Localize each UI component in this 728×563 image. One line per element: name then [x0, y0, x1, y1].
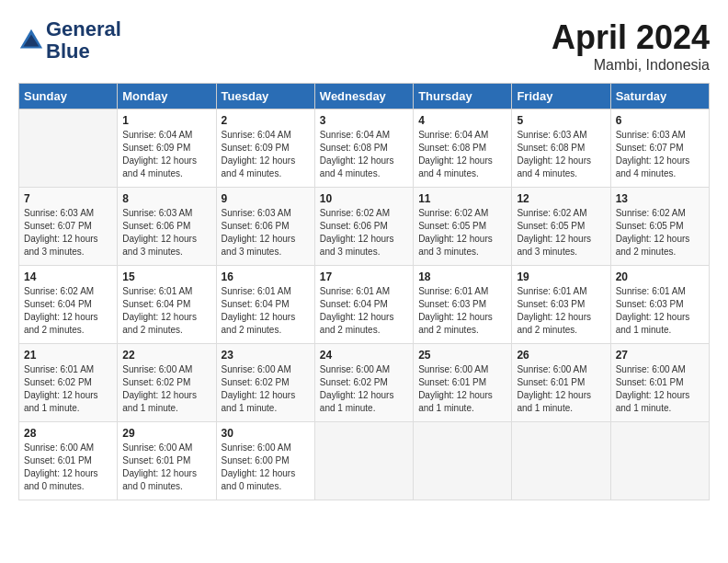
day-number: 13	[616, 192, 704, 205]
day-number: 25	[418, 349, 506, 362]
day-info: Sunrise: 6:02 AM Sunset: 6:06 PM Dayligh…	[320, 207, 408, 259]
calendar-cell: 30Sunrise: 6:00 AM Sunset: 6:00 PM Dayli…	[216, 422, 314, 500]
header-wednesday: Wednesday	[314, 84, 413, 109]
day-info: Sunrise: 6:01 AM Sunset: 6:04 PM Dayligh…	[222, 285, 310, 337]
logo: General Blue	[18, 18, 121, 63]
day-number: 17	[320, 270, 408, 283]
day-number: 18	[418, 270, 506, 283]
calendar-cell: 25Sunrise: 6:00 AM Sunset: 6:01 PM Dayli…	[414, 344, 512, 422]
day-number: 8	[122, 192, 210, 205]
day-number: 28	[24, 427, 112, 440]
day-info: Sunrise: 6:01 AM Sunset: 6:03 PM Dayligh…	[517, 285, 605, 337]
calendar-cell: 10Sunrise: 6:02 AM Sunset: 6:06 PM Dayli…	[314, 188, 413, 266]
calendar-cell: 21Sunrise: 6:01 AM Sunset: 6:02 PM Dayli…	[19, 344, 118, 422]
day-number: 3	[320, 114, 408, 127]
logo-text: General Blue	[46, 18, 121, 63]
day-number: 7	[24, 192, 112, 205]
day-number: 20	[616, 270, 704, 283]
calendar-cell: 1Sunrise: 6:04 AM Sunset: 6:09 PM Daylig…	[118, 109, 216, 188]
calendar-cell: 12Sunrise: 6:02 AM Sunset: 6:05 PM Dayli…	[512, 188, 610, 266]
day-number: 11	[418, 192, 506, 205]
day-info: Sunrise: 6:02 AM Sunset: 6:04 PM Dayligh…	[24, 285, 112, 337]
day-info: Sunrise: 6:03 AM Sunset: 6:06 PM Dayligh…	[122, 207, 210, 259]
calendar-cell: 8Sunrise: 6:03 AM Sunset: 6:06 PM Daylig…	[118, 188, 216, 266]
calendar-cell: 14Sunrise: 6:02 AM Sunset: 6:04 PM Dayli…	[19, 266, 118, 344]
calendar-cell: 2Sunrise: 6:04 AM Sunset: 6:09 PM Daylig…	[216, 109, 314, 188]
header-tuesday: Tuesday	[216, 84, 314, 109]
day-number: 12	[517, 192, 605, 205]
day-info: Sunrise: 6:02 AM Sunset: 6:05 PM Dayligh…	[517, 207, 605, 259]
calendar-cell: 18Sunrise: 6:01 AM Sunset: 6:03 PM Dayli…	[414, 266, 512, 344]
day-number: 14	[24, 270, 112, 283]
day-info: Sunrise: 6:01 AM Sunset: 6:04 PM Dayligh…	[122, 285, 210, 337]
calendar-cell: 5Sunrise: 6:03 AM Sunset: 6:08 PM Daylig…	[512, 109, 610, 188]
day-number: 1	[122, 114, 210, 127]
calendar-header-row: SundayMondayTuesdayWednesdayThursdayFrid…	[19, 84, 710, 109]
day-number: 27	[616, 349, 704, 362]
day-number: 29	[122, 427, 210, 440]
day-info: Sunrise: 6:04 AM Sunset: 6:09 PM Dayligh…	[222, 129, 310, 180]
month-title: April 2024	[552, 18, 710, 57]
calendar-cell: 9Sunrise: 6:03 AM Sunset: 6:06 PM Daylig…	[216, 188, 314, 266]
calendar-cell: 24Sunrise: 6:00 AM Sunset: 6:02 PM Dayli…	[314, 344, 413, 422]
header-monday: Monday	[118, 84, 216, 109]
calendar-cell: 27Sunrise: 6:00 AM Sunset: 6:01 PM Dayli…	[610, 344, 709, 422]
day-number: 6	[616, 114, 704, 127]
day-number: 2	[222, 114, 310, 127]
page-header: General Blue April 2024 Mambi, Indonesia	[18, 18, 710, 74]
title-block: April 2024 Mambi, Indonesia	[552, 18, 710, 74]
calendar-cell: 17Sunrise: 6:01 AM Sunset: 6:04 PM Dayli…	[314, 266, 413, 344]
calendar-cell: 4Sunrise: 6:04 AM Sunset: 6:08 PM Daylig…	[414, 109, 512, 188]
calendar-cell: 15Sunrise: 6:01 AM Sunset: 6:04 PM Dayli…	[118, 266, 216, 344]
calendar-cell: 11Sunrise: 6:02 AM Sunset: 6:05 PM Dayli…	[414, 188, 512, 266]
day-info: Sunrise: 6:00 AM Sunset: 6:01 PM Dayligh…	[517, 363, 605, 415]
day-info: Sunrise: 6:02 AM Sunset: 6:05 PM Dayligh…	[418, 207, 506, 259]
day-number: 19	[517, 270, 605, 283]
day-info: Sunrise: 6:00 AM Sunset: 6:02 PM Dayligh…	[122, 363, 210, 415]
calendar-week-5: 28Sunrise: 6:00 AM Sunset: 6:01 PM Dayli…	[19, 422, 710, 500]
calendar-cell: 3Sunrise: 6:04 AM Sunset: 6:08 PM Daylig…	[314, 109, 413, 188]
header-sunday: Sunday	[19, 84, 118, 109]
header-thursday: Thursday	[414, 84, 512, 109]
day-number: 22	[122, 349, 210, 362]
calendar-cell	[314, 422, 413, 500]
header-saturday: Saturday	[610, 84, 709, 109]
calendar-week-2: 7Sunrise: 6:03 AM Sunset: 6:07 PM Daylig…	[19, 188, 710, 266]
day-number: 30	[222, 427, 310, 440]
day-number: 23	[222, 349, 310, 362]
calendar-week-1: 1Sunrise: 6:04 AM Sunset: 6:09 PM Daylig…	[19, 109, 710, 188]
calendar-cell: 29Sunrise: 6:00 AM Sunset: 6:01 PM Dayli…	[118, 422, 216, 500]
day-number: 26	[517, 349, 605, 362]
day-info: Sunrise: 6:00 AM Sunset: 6:01 PM Dayligh…	[24, 442, 112, 493]
calendar-week-4: 21Sunrise: 6:01 AM Sunset: 6:02 PM Dayli…	[19, 344, 710, 422]
calendar-cell: 19Sunrise: 6:01 AM Sunset: 6:03 PM Dayli…	[512, 266, 610, 344]
calendar-cell	[512, 422, 610, 500]
day-info: Sunrise: 6:04 AM Sunset: 6:08 PM Dayligh…	[418, 129, 506, 180]
calendar-cell	[19, 109, 118, 188]
day-info: Sunrise: 6:04 AM Sunset: 6:09 PM Dayligh…	[122, 129, 210, 180]
day-info: Sunrise: 6:03 AM Sunset: 6:07 PM Dayligh…	[24, 207, 112, 259]
day-info: Sunrise: 6:00 AM Sunset: 6:01 PM Dayligh…	[418, 363, 506, 415]
header-friday: Friday	[512, 84, 610, 109]
day-info: Sunrise: 6:00 AM Sunset: 6:02 PM Dayligh…	[222, 363, 310, 415]
day-info: Sunrise: 6:03 AM Sunset: 6:08 PM Dayligh…	[517, 129, 605, 180]
day-info: Sunrise: 6:01 AM Sunset: 6:04 PM Dayligh…	[320, 285, 408, 337]
day-info: Sunrise: 6:00 AM Sunset: 6:02 PM Dayligh…	[320, 363, 408, 415]
calendar-cell: 13Sunrise: 6:02 AM Sunset: 6:05 PM Dayli…	[610, 188, 709, 266]
day-number: 24	[320, 349, 408, 362]
day-number: 5	[517, 114, 605, 127]
day-number: 15	[122, 270, 210, 283]
day-number: 16	[222, 270, 310, 283]
calendar-cell	[414, 422, 512, 500]
calendar-cell: 16Sunrise: 6:01 AM Sunset: 6:04 PM Dayli…	[216, 266, 314, 344]
day-info: Sunrise: 6:03 AM Sunset: 6:06 PM Dayligh…	[222, 207, 310, 259]
calendar-cell: 23Sunrise: 6:00 AM Sunset: 6:02 PM Dayli…	[216, 344, 314, 422]
day-number: 21	[24, 349, 112, 362]
day-number: 10	[320, 192, 408, 205]
day-info: Sunrise: 6:01 AM Sunset: 6:03 PM Dayligh…	[418, 285, 506, 337]
calendar-table: SundayMondayTuesdayWednesdayThursdayFrid…	[18, 83, 710, 500]
calendar-cell: 22Sunrise: 6:00 AM Sunset: 6:02 PM Dayli…	[118, 344, 216, 422]
day-info: Sunrise: 6:03 AM Sunset: 6:07 PM Dayligh…	[616, 129, 704, 180]
calendar-cell: 7Sunrise: 6:03 AM Sunset: 6:07 PM Daylig…	[19, 188, 118, 266]
logo-icon	[18, 28, 44, 53]
